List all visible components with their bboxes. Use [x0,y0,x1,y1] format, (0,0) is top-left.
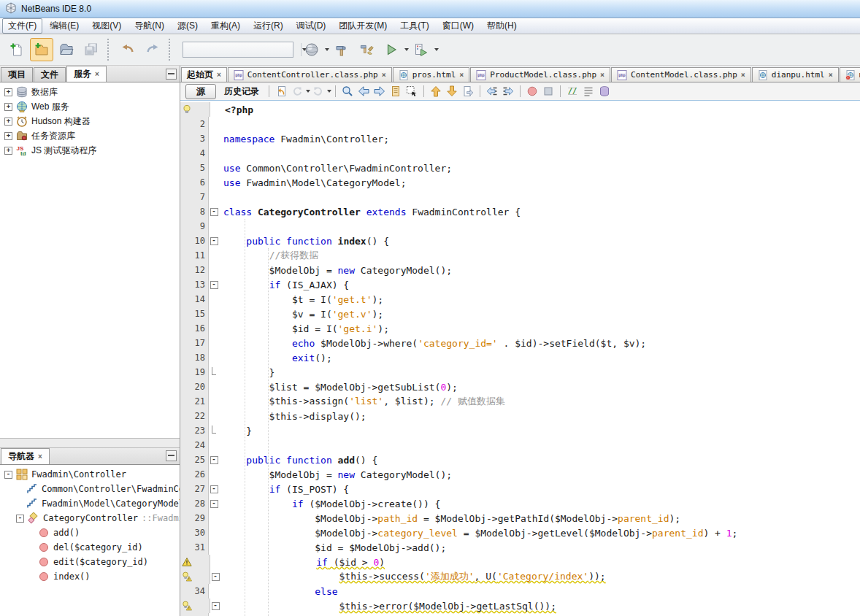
fold-column[interactable] [209,190,219,204]
previous-occurrence-button[interactable] [356,84,372,99]
redo-button[interactable] [140,38,165,61]
annotation-hint[interactable] [180,569,210,584]
shift-left-button[interactable] [484,84,500,99]
method-index[interactable]: index() [0,569,180,584]
fold-column[interactable] [209,525,219,540]
debug-project-button[interactable] [409,38,439,61]
menu-team[interactable]: 团队开发(M) [333,18,393,34]
uncomment-button[interactable] [580,84,596,99]
tab-pros-html[interactable]: pros.html× [393,67,470,82]
fold-collapse-icon[interactable]: - [212,573,220,581]
menu-edit[interactable]: 编辑(E) [44,18,85,34]
quick-search-combo[interactable] [183,42,293,58]
use-node-1[interactable]: Common\Controller\FwadminCont [0,482,180,496]
undo-button[interactable] [115,38,140,61]
fold-collapse-icon[interactable]: - [210,208,218,216]
close-icon[interactable]: × [459,72,464,79]
collapse-icon[interactable]: - [4,471,12,479]
bulb-icon[interactable] [182,104,192,115]
menu-run[interactable]: 运行(R) [247,18,289,34]
toggle-highlight-button[interactable] [388,84,404,99]
open-project-button[interactable] [54,38,79,61]
fold-column[interactable] [209,321,219,336]
menu-view[interactable]: 视图(V) [86,18,127,34]
source-view-button[interactable]: 源 [185,84,216,99]
annotation-bulb[interactable] [180,102,210,117]
tab-dianpu-html[interactable]: dianpu.html× [752,67,839,82]
last-edit-position-button[interactable] [273,84,289,99]
use-node-2[interactable]: Fwadmin\Model\CategoryModel [0,496,180,511]
fold-column[interactable] [209,263,219,277]
hint-icon[interactable] [182,571,192,582]
run-project-button[interactable] [379,38,409,61]
history-view-button[interactable]: 历史记录 [218,85,265,99]
fold-column[interactable] [209,175,219,190]
tab-files[interactable]: 文件 [34,67,66,82]
tab-start-page[interactable]: 起始页× [181,67,227,82]
close-icon[interactable]: × [382,72,386,79]
clean-build-project-button[interactable] [354,38,379,61]
navigator-tree[interactable]: -Fwadmin\ControllerCommon\Controller\Fwa… [0,465,180,616]
menu-navigate[interactable]: 导航(N) [128,18,170,34]
find-selection-button[interactable] [339,84,356,99]
close-icon[interactable]: × [95,71,99,78]
fold-column[interactable] [210,555,220,569]
next-bookmark-button[interactable] [444,84,460,99]
fold-collapse-icon[interactable]: - [210,237,218,245]
heap-view-button[interactable] [596,84,613,99]
tab-projects[interactable]: 项目 [1,67,33,82]
fold-column[interactable] [209,307,219,321]
code-editor[interactable]: <?php23namespace Fwadmin\Controller;45us… [180,101,860,616]
namespace-node[interactable]: -Fwadmin\Controller [0,467,180,482]
class-node[interactable]: -CategoryController::FwadminCo [0,511,180,525]
minimize-icon[interactable] [166,69,177,80]
stop-macro-recording-button[interactable] [540,84,556,99]
fold-column[interactable] [209,248,219,263]
fold-column[interactable]: - [209,277,219,292]
method-del[interactable]: del($category_id) [0,540,180,555]
services-tree[interactable]: +数据库+Web 服务+Hudson 构建器+任务资源库+JStdJS 测试驱动… [0,82,180,438]
fold-column[interactable] [209,584,219,598]
fold-column[interactable] [209,292,219,307]
fold-collapse-icon[interactable]: - [210,485,218,493]
expand-icon[interactable]: + [4,132,12,140]
tab-main-html[interactable]: main.html× [840,67,860,82]
fold-column[interactable] [209,336,219,350]
fold-collapse-icon[interactable]: - [212,602,220,610]
fold-column[interactable] [209,161,219,175]
menu-source[interactable]: 源(S) [172,18,204,34]
menu-refactor[interactable]: 重构(A) [205,18,246,34]
forward-button[interactable] [310,84,331,99]
fold-collapse-icon[interactable]: - [210,456,218,464]
service-item-task-repositories[interactable]: +任务资源库 [0,128,180,143]
close-icon[interactable]: × [38,453,42,461]
menu-file[interactable]: 文件(F) [2,18,42,34]
fold-column[interactable] [209,394,219,409]
shift-right-button[interactable] [500,84,516,99]
fold-column[interactable]: - [210,569,220,584]
fold-column[interactable]: - [209,613,219,616]
menu-debug[interactable]: 调试(D) [291,18,332,34]
expand-icon[interactable]: + [4,118,12,126]
fold-column[interactable] [209,365,219,380]
expand-icon[interactable]: + [4,88,12,96]
hint-icon[interactable] [182,601,192,611]
tab-services[interactable]: 服务× [66,66,107,82]
rectangular-selection-button[interactable] [404,84,420,99]
quick-search-input[interactable] [183,44,301,55]
fold-column[interactable] [209,117,219,131]
annotation-warn[interactable] [180,555,210,569]
fold-column[interactable] [209,131,219,146]
method-edit[interactable]: edit($category_id) [0,555,180,569]
new-file-button[interactable] [4,38,29,61]
service-item-js-test-driver[interactable]: +JStdJS 测试驱动程序 [0,143,180,158]
expand-icon[interactable]: + [4,147,12,155]
fold-column[interactable]: - [210,598,220,613]
annotation-hint[interactable] [180,598,210,613]
comment-button[interactable]: // [564,84,580,99]
next-occurrence-button[interactable] [372,84,388,99]
fold-column[interactable] [209,467,219,482]
service-item-databases[interactable]: +数据库 [0,85,180,99]
save-all-button[interactable] [79,38,104,61]
ide-globe-button[interactable] [299,38,329,61]
